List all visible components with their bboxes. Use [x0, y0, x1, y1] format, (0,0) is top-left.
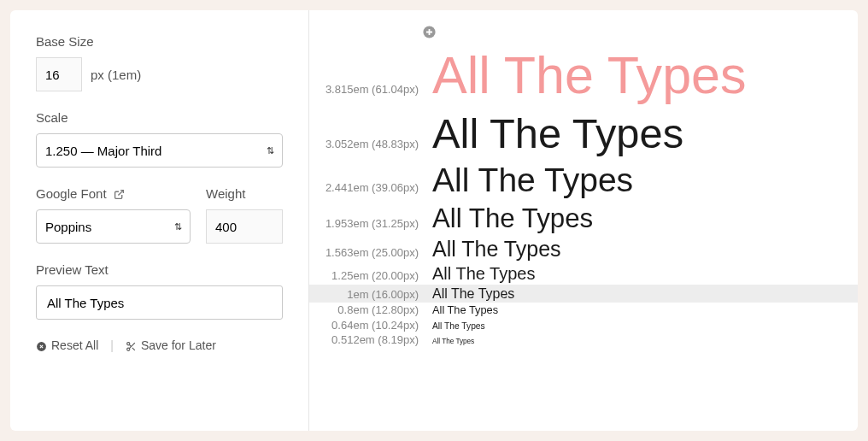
size-label: 0.512em (8.19px) — [318, 333, 419, 346]
size-label: 2.441em (39.06px) — [318, 181, 419, 194]
font-label: Google Font — [36, 186, 107, 201]
base-size-unit: px (1em) — [91, 68, 141, 82]
font-select-wrap: Poppins — [36, 209, 191, 244]
preview-text: All The Types — [432, 203, 593, 235]
scale-select-wrap: 1.250 — Major Third — [36, 133, 283, 168]
weight-label: Weight — [206, 186, 283, 201]
svg-point-4 — [127, 342, 130, 344]
base-size-row: px (1em) — [36, 57, 283, 91]
size-label: 0.64em (10.24px) — [318, 319, 419, 332]
weight-field: Weight — [206, 186, 283, 244]
preview-text: All The Types — [432, 161, 633, 201]
preview-text-input[interactable] — [36, 285, 283, 320]
base-size-field: Base Size px (1em) — [36, 34, 283, 91]
close-circle-icon — [36, 338, 47, 352]
preview-text: All The Types — [432, 338, 474, 346]
scale-row[interactable]: 3.052em (48.83px)All The Types — [309, 108, 858, 160]
plus-circle-icon[interactable] — [422, 22, 437, 40]
preview-text: All The Types — [432, 44, 747, 107]
save-label: Save for Later — [141, 338, 216, 352]
scale-select[interactable]: 1.250 — Major Third — [36, 133, 283, 168]
svg-line-8 — [129, 344, 131, 346]
preview-text-label: Preview Text — [36, 262, 283, 277]
size-label: 1.25em (20.00px) — [318, 269, 419, 282]
save-button[interactable]: Save for Later — [126, 338, 216, 352]
preview-text: All The Types — [432, 263, 535, 284]
svg-point-5 — [127, 348, 130, 350]
scale-row[interactable]: 1.563em (25.00px)All The Types — [309, 235, 858, 262]
font-field: Google Font Poppins — [36, 186, 191, 244]
app-container: Base Size px (1em) Scale 1.250 — Major T… — [10, 10, 858, 431]
actions-divider: | — [110, 338, 114, 352]
scale-row[interactable]: 3.815em (61.04px)All The Types — [309, 44, 858, 108]
preview-text: All The Types — [432, 109, 683, 159]
size-label: 1.953em (31.25px) — [318, 217, 419, 230]
preview-text-field: Preview Text — [36, 262, 283, 320]
base-size-label: Base Size — [36, 34, 283, 49]
scale-row[interactable]: 2.441em (39.06px)All The Types — [309, 160, 858, 202]
preview-text: All The Types — [432, 285, 514, 302]
size-label: 3.052em (48.83px) — [318, 138, 419, 150]
scale-list: 3.815em (61.04px)All The Types3.052em (4… — [309, 44, 858, 347]
font-select[interactable]: Poppins — [36, 209, 191, 244]
preview-text: All The Types — [432, 303, 498, 316]
font-weight-row: Google Font Poppins Weight — [36, 186, 283, 244]
reset-all-button[interactable]: Reset All — [36, 338, 98, 352]
preview-text: All The Types — [432, 321, 485, 332]
main-panel: 3.815em (61.04px)All The Types3.052em (4… — [309, 10, 858, 431]
sidebar: Base Size px (1em) Scale 1.250 — Major T… — [10, 10, 309, 431]
weight-input[interactable] — [206, 209, 283, 244]
font-label-row: Google Font — [36, 186, 191, 201]
size-label: 0.8em (12.80px) — [318, 303, 419, 316]
svg-line-0 — [118, 191, 123, 196]
svg-line-7 — [132, 348, 135, 350]
scale-field: Scale 1.250 — Major Third — [36, 110, 283, 168]
actions-row: Reset All | Save for Later — [36, 338, 283, 352]
size-label: 1em (16.00px) — [318, 288, 419, 301]
scale-row[interactable]: 0.64em (10.24px)All The Types — [309, 318, 858, 332]
add-row — [309, 22, 858, 40]
external-link-icon[interactable] — [114, 187, 125, 200]
scissors-icon — [126, 338, 137, 352]
size-label: 1.563em (25.00px) — [318, 246, 419, 259]
scale-label: Scale — [36, 110, 283, 125]
scale-row[interactable]: 0.512em (8.19px)All The Types — [309, 332, 858, 347]
preview-text: All The Types — [432, 236, 561, 262]
base-size-input[interactable] — [36, 57, 82, 91]
scale-row[interactable]: 1.953em (31.25px)All The Types — [309, 202, 858, 236]
scale-row[interactable]: 1em (16.00px)All The Types — [309, 285, 858, 303]
scale-row[interactable]: 0.8em (12.80px)All The Types — [309, 303, 858, 317]
reset-all-label: Reset All — [51, 338, 98, 352]
size-label: 3.815em (61.04px) — [318, 83, 419, 96]
scale-row[interactable]: 1.25em (20.00px)All The Types — [309, 262, 858, 285]
